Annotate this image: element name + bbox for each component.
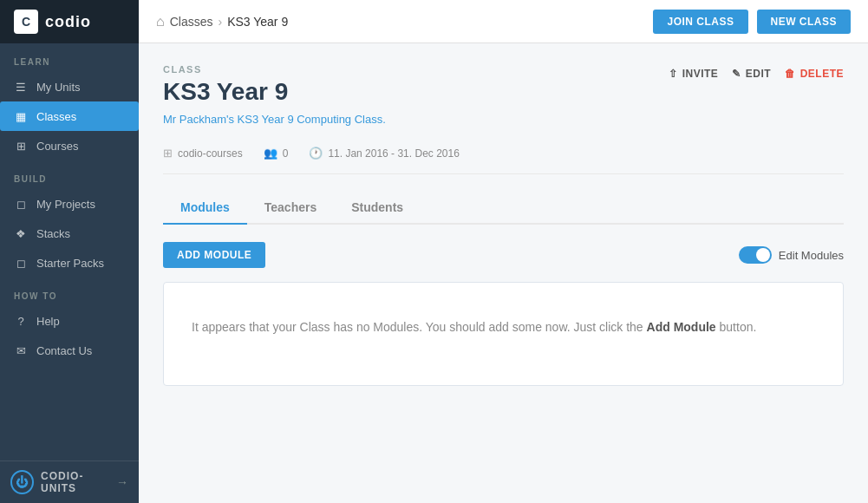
delete-label: DELETE	[800, 68, 844, 80]
my-units-icon: ☰	[14, 80, 28, 94]
topbar: ⌂ Classes › KS3 Year 9 JOIN CLASS NEW CL…	[139, 0, 868, 43]
content-area: CLASS KS3 Year 9 Mr Packham's KS3 Year 9…	[139, 43, 868, 503]
invite-button[interactable]: ⇧ INVITE	[669, 68, 718, 80]
add-module-button[interactable]: ADD MODULE	[163, 242, 265, 268]
sidebar-user[interactable]: ⏻ CODIO-UNITS	[10, 470, 116, 494]
username-label: CODIO-UNITS	[41, 470, 116, 494]
sidebar-item-label-contact-us: Contact Us	[36, 344, 92, 357]
tab-students[interactable]: Students	[334, 192, 421, 225]
invite-label: INVITE	[682, 68, 719, 80]
edit-icon: ✎	[732, 68, 741, 80]
edit-modules-label: Edit Modules	[779, 249, 844, 262]
codio-logo-icon: C	[14, 10, 38, 34]
sidebar-item-starter-packs[interactable]: ◻ Starter Packs	[0, 248, 139, 278]
my-projects-icon: ◻	[14, 197, 28, 211]
sidebar-item-label-help: Help	[36, 315, 60, 328]
sidebar-logo: C codio	[0, 0, 139, 43]
edit-label: EDIT	[746, 68, 771, 80]
class-section-label: CLASS	[163, 64, 386, 75]
meta-count: 👥 0	[264, 147, 289, 160]
delete-button[interactable]: 🗑 DELETE	[785, 68, 844, 80]
user-power-icon: ⏻	[10, 470, 34, 494]
breadcrumb-separator: ›	[218, 15, 222, 29]
main-content: ⌂ Classes › KS3 Year 9 JOIN CLASS NEW CL…	[139, 0, 868, 503]
module-bar: ADD MODULE Edit Modules	[163, 242, 844, 268]
tab-teachers[interactable]: Teachers	[247, 192, 334, 225]
codio-logo-text: codio	[45, 13, 91, 31]
class-header: CLASS KS3 Year 9 Mr Packham's KS3 Year 9…	[163, 64, 844, 140]
source-icon: ⊞	[163, 147, 173, 160]
date-icon: 🕐	[309, 147, 323, 160]
count-icon: 👥	[264, 147, 277, 160]
class-info: CLASS KS3 Year 9 Mr Packham's KS3 Year 9…	[163, 64, 386, 140]
sidebar-item-my-projects[interactable]: ◻ My Projects	[0, 189, 139, 219]
sidebar-bottom: ⏻ CODIO-UNITS →	[0, 461, 139, 503]
meta-date: 🕐 11. Jan 2016 - 31. Dec 2016	[309, 147, 459, 160]
class-actions: ⇧ INVITE ✎ EDIT 🗑 DELETE	[669, 64, 844, 80]
empty-message: It appears that your Class has no Module…	[192, 317, 815, 338]
toggle-switch[interactable]	[739, 246, 772, 264]
tabs-bar: Modules Teachers Students	[163, 192, 844, 225]
starter-packs-icon: ◻	[14, 256, 28, 270]
sidebar-item-label-starter-packs: Starter Packs	[36, 257, 104, 270]
section-label-howto: HOW TO	[0, 278, 139, 306]
breadcrumb-home-icon: ⌂	[156, 14, 165, 29]
sidebar-item-label-my-projects: My Projects	[36, 198, 95, 211]
contact-icon: ✉	[14, 343, 28, 357]
courses-icon: ⊞	[14, 139, 28, 153]
empty-text-1: It appears that your Class has no Module…	[192, 320, 643, 334]
class-description: Mr Packham's KS3 Year 9 Computing Class.	[163, 113, 386, 126]
sidebar-expand-icon[interactable]: →	[116, 475, 128, 489]
meta-source: ⊞ codio-courses	[163, 147, 243, 160]
help-icon: ?	[14, 314, 28, 328]
sidebar: C codio LEARN ☰ My Units ▦ Classes ⊞ Cou…	[0, 0, 139, 503]
empty-bold: Add Module	[647, 320, 716, 334]
sidebar-item-label-courses: Courses	[36, 140, 78, 153]
class-meta: ⊞ codio-courses 👥 0 🕐 11. Jan 2016 - 31.…	[163, 147, 844, 174]
sidebar-item-label-classes: Classes	[36, 110, 76, 123]
empty-state-box: It appears that your Class has no Module…	[163, 282, 844, 386]
new-class-button[interactable]: NEW CLASS	[757, 10, 852, 34]
stacks-icon: ❖	[14, 226, 28, 240]
sidebar-item-label-my-units: My Units	[36, 81, 81, 94]
empty-text-2: button.	[720, 320, 757, 334]
sidebar-item-help[interactable]: ? Help	[0, 306, 139, 336]
section-label-build: BUILD	[0, 160, 139, 189]
invite-icon: ⇧	[669, 68, 678, 80]
classes-icon: ▦	[14, 109, 28, 123]
join-class-button[interactable]: JOIN CLASS	[653, 10, 747, 34]
count-value: 0	[283, 147, 289, 160]
tab-modules[interactable]: Modules	[163, 192, 247, 225]
sidebar-item-classes[interactable]: ▦ Classes	[0, 101, 139, 131]
sidebar-item-stacks[interactable]: ❖ Stacks	[0, 219, 139, 248]
sidebar-item-my-units[interactable]: ☰ My Units	[0, 72, 139, 101]
breadcrumb-parent[interactable]: Classes	[170, 15, 213, 29]
edit-modules-toggle[interactable]: Edit Modules	[739, 246, 844, 264]
sidebar-item-contact-us[interactable]: ✉ Contact Us	[0, 336, 139, 365]
breadcrumb: ⌂ Classes › KS3 Year 9	[156, 14, 644, 29]
toggle-knob	[756, 248, 770, 262]
sidebar-item-label-stacks: Stacks	[36, 227, 70, 240]
date-range: 11. Jan 2016 - 31. Dec 2016	[328, 147, 459, 160]
breadcrumb-current: KS3 Year 9	[227, 15, 288, 29]
section-label-learn: LEARN	[0, 43, 139, 72]
sidebar-item-courses[interactable]: ⊞ Courses	[0, 131, 139, 160]
edit-button[interactable]: ✎ EDIT	[732, 68, 771, 80]
class-title: KS3 Year 9	[163, 78, 386, 106]
delete-icon: 🗑	[785, 68, 796, 80]
source-value: codio-courses	[178, 147, 243, 160]
